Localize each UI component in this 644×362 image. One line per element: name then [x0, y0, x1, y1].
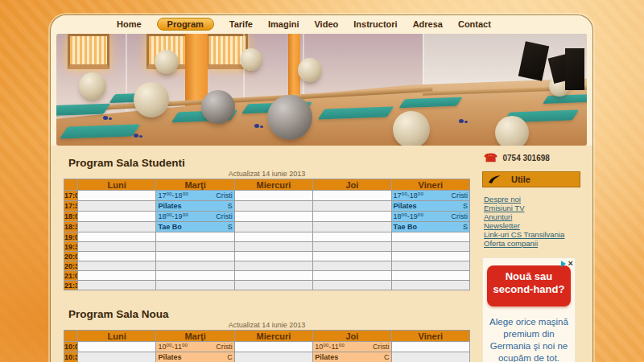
schedule-cell	[234, 242, 312, 252]
day-header: Marţi	[156, 331, 234, 342]
nav-item-home[interactable]: Home	[117, 19, 142, 29]
nav-item-program[interactable]: Program	[157, 18, 214, 31]
utile-header: Utile	[482, 171, 580, 187]
schedule-cell: 17⁰⁰-18⁰⁰Cristi	[156, 191, 234, 201]
sidebar-link[interactable]: Link-uri CS Transilvania	[484, 230, 580, 239]
nav-item-imagini[interactable]: Imagini	[268, 19, 299, 29]
nav-item-instructori[interactable]: Instructori	[353, 19, 397, 29]
time-label: 21:00	[64, 271, 78, 281]
event-room: C	[227, 352, 233, 362]
ad-body[interactable]: Alege orice maşină premium din Germania …	[483, 316, 575, 362]
table-row: 10:30PilatesCPilatesC	[64, 352, 470, 362]
utile-title: Utile	[511, 175, 530, 184]
exercise-ball	[79, 72, 106, 100]
advertisement[interactable]: × Nouă sau second-hand? Alege orice maşi…	[482, 257, 576, 362]
schedule-cell	[78, 191, 156, 201]
schedule-cell	[156, 252, 234, 261]
schedule-cell	[391, 252, 469, 261]
day-header: Luni	[78, 179, 156, 191]
event-room: S	[463, 201, 468, 211]
exercise-ball	[134, 82, 169, 117]
event-activity: Tae Bo	[394, 222, 417, 232]
schedule-cell	[391, 261, 469, 271]
schedule-cell	[156, 271, 234, 281]
schedule-cell	[391, 271, 469, 281]
event-room: S	[463, 222, 468, 232]
table-row: 21:00	[64, 271, 470, 281]
time-label: 21:30	[64, 281, 78, 290]
sidebar-link[interactable]: Anunturi	[484, 212, 580, 221]
window	[68, 34, 109, 69]
exercise-ball	[155, 50, 179, 74]
time-label: 19:30	[64, 242, 78, 252]
schedules-column: Program Sala StudentiActualizat 14 iunie…	[51, 146, 477, 362]
ad-close-icon[interactable]: ×	[568, 260, 573, 267]
schedule-cell	[313, 191, 391, 201]
schedule-cell	[78, 222, 156, 232]
schedule-cell	[234, 261, 312, 271]
time-label: 17:00	[64, 191, 78, 201]
time-label: 18:30	[64, 222, 78, 232]
gym-photo	[56, 34, 587, 146]
event-activity: Pilates	[394, 201, 417, 211]
schedule-cell: PilatesS	[156, 201, 234, 212]
day-header: Marţi	[156, 179, 234, 191]
schedule-cell	[313, 201, 391, 212]
exercise-ball	[393, 111, 430, 146]
sidebar-link[interactable]: Emisiuni TV	[484, 204, 580, 212]
event-activity: Pilates	[158, 201, 181, 211]
schedule-cell	[78, 232, 156, 242]
time-label: 20:00	[64, 252, 78, 261]
phone-number: 0754 301698	[502, 154, 549, 162]
sidebar-link[interactable]: Despre noi	[484, 195, 580, 204]
table-row: 18:0018⁰⁰-19⁰⁰Cristi18⁰⁰-19⁰⁰Cristi	[64, 212, 470, 222]
table-row: 17:0017⁰⁰-18⁰⁰Cristi17⁰⁰-18⁰⁰Cristi	[64, 191, 470, 201]
schedule-cell: PilatesC	[156, 352, 234, 362]
event-instructor: Cristi	[216, 212, 233, 221]
event-time-range: 18⁰⁰-19⁰⁰	[394, 212, 423, 221]
schedule-cell: PilatesC	[313, 352, 391, 362]
time-column-header	[64, 331, 78, 342]
schedule-cell	[391, 232, 469, 242]
exercise-ball	[495, 116, 529, 146]
table-row: 20:00	[64, 252, 470, 261]
event-time-range: 17⁰⁰-18⁰⁰	[394, 191, 423, 200]
schedule-title: Program Sala Noua	[68, 308, 477, 320]
nav-item-adresa[interactable]: Adresa	[413, 19, 443, 29]
nav-item-video[interactable]: Video	[314, 19, 338, 29]
dumbbell	[134, 134, 138, 138]
dumbbell	[254, 124, 259, 128]
event-activity: Pilates	[315, 352, 338, 362]
nav-item-contact[interactable]: Contact	[458, 19, 491, 29]
adchoices-icon[interactable]	[561, 261, 566, 267]
schedule-cell	[313, 271, 391, 281]
schedule-cell	[234, 201, 312, 212]
schedule-cell	[156, 242, 234, 252]
event-activity: Tae Bo	[158, 222, 181, 232]
event-activity: Pilates	[158, 352, 181, 362]
day-header: Luni	[78, 331, 156, 342]
day-header: Vineri	[391, 331, 469, 342]
schedule-cell	[313, 242, 391, 252]
schedule-cell: PilatesS	[391, 201, 469, 212]
schedule-cell	[313, 281, 391, 290]
schedule-cell	[313, 212, 391, 222]
schedule-table: LuniMarţiMiercuriJoiVineri17:0017⁰⁰-18⁰⁰…	[64, 179, 470, 290]
event-time-range: 10⁰⁰-11⁰⁰	[315, 342, 345, 352]
schedule-cell	[78, 252, 156, 261]
exercise-ball	[201, 90, 235, 124]
event-time-range: 17⁰⁰-18⁰⁰	[158, 191, 188, 200]
schedule-cell	[78, 352, 156, 362]
sidebar-link[interactable]: Newsletter	[484, 221, 580, 230]
sidebar-link[interactable]: Oferta companii	[484, 239, 580, 248]
main-nav: HomeProgramTarifeImaginiVideoInstructori…	[51, 15, 592, 33]
schedule-cell: 10⁰⁰-11⁰⁰Cristi	[156, 342, 234, 352]
time-column-header	[64, 179, 78, 191]
schedule-table: LuniMarţiMiercuriJoiVineri10:0010⁰⁰-11⁰⁰…	[64, 330, 470, 362]
schedule-cell	[234, 232, 312, 242]
schedule-cell	[234, 191, 312, 201]
sidebar: ☎ 0754 301698 Utile Despre noiEmisiuni T…	[482, 146, 580, 362]
table-row: 17:30PilatesSPilatesS	[64, 201, 470, 212]
ad-headline[interactable]: Nouă sau second-hand?	[487, 265, 571, 306]
nav-item-tarife[interactable]: Tarife	[229, 19, 253, 29]
